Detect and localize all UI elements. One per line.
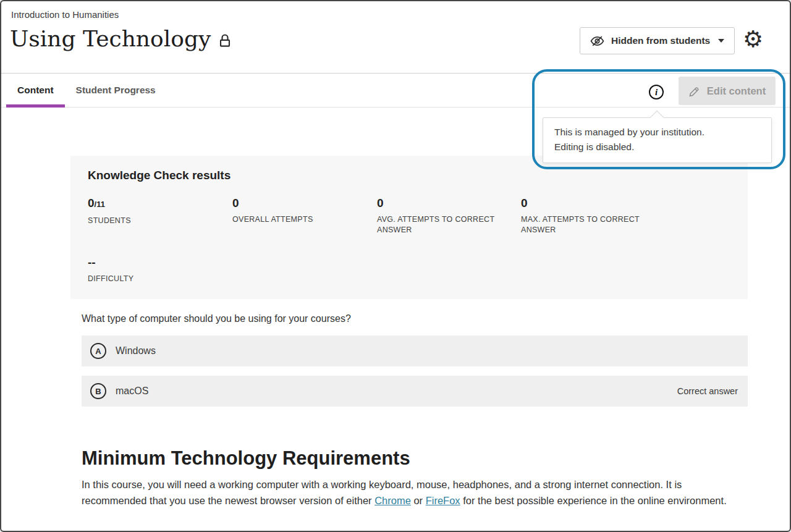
stat-students-value: 0 [88, 196, 95, 209]
gear-icon[interactable]: ⚙ [743, 27, 763, 52]
correct-answer-badge: Correct answer [677, 386, 738, 396]
edit-content-button[interactable]: Edit content [679, 77, 776, 105]
stat-max-attempts-label: MAX. ATTEMPTS TO CORRECT ANSWER [521, 214, 648, 235]
results-card-title: Knowledge Check results [88, 169, 730, 182]
answer-letter-b: B [90, 383, 106, 399]
edit-content-label: Edit content [707, 85, 766, 97]
breadcrumb[interactable]: Introduction to Humanities [11, 9, 119, 20]
stat-difficulty: -- DIFFICULTY [88, 256, 232, 284]
visibility-dropdown-button[interactable]: Hidden from students [580, 27, 735, 54]
stat-students-label: STUDENTS [88, 216, 214, 226]
caret-down-icon [718, 39, 724, 43]
stat-overall-attempts: 0 OVERALL ATTEMPTS [232, 196, 377, 235]
stat-avg-attempts-label: AVG. ATTEMPTS TO CORRECT ANSWER [377, 214, 504, 235]
answer-label-b: macOS [116, 386, 148, 397]
stat-students: 0/11 STUDENTS [88, 196, 232, 235]
stat-avg-attempts: 0 AVG. ATTEMPTS TO CORRECT ANSWER [377, 196, 521, 235]
question-text: What type of computer should you be usin… [82, 313, 351, 324]
section-heading: Minimum Technology Requirements [82, 447, 410, 470]
answer-letter-a: A [90, 343, 106, 359]
eye-slash-icon [590, 36, 604, 46]
tab-content[interactable]: Content [6, 74, 65, 107]
paragraph-text-3: for the best possible experience in the … [460, 495, 727, 506]
lock-icon [219, 33, 231, 48]
stat-max-attempts-value: 0 [521, 196, 528, 209]
stat-overall-attempts-label: OVERALL ATTEMPTS [232, 214, 359, 225]
knowledge-check-results-card: Knowledge Check results 0/11 STUDENTS 0 … [70, 156, 748, 299]
stat-students-suffix: /11 [95, 200, 105, 209]
app-window: Introduction to Humanities Using Technol… [0, 0, 791, 532]
chrome-link[interactable]: Chrome [374, 495, 411, 506]
tooltip-line-1: This is managed by your institution. [554, 125, 760, 140]
title-row: Using Technology [10, 25, 231, 53]
page-title: Using Technology [10, 25, 211, 53]
stat-difficulty-label: DIFFICULTY [88, 274, 214, 284]
section-paragraph: In this course, you will need a working … [82, 477, 744, 509]
pencil-icon [688, 85, 700, 97]
firefox-link[interactable]: FireFox [426, 495, 460, 506]
answer-row-a: A Windows [82, 336, 748, 366]
answer-row-b: B macOS Correct answer [82, 376, 748, 407]
paragraph-text-2: or [411, 495, 426, 506]
visibility-label: Hidden from students [611, 35, 710, 46]
stat-difficulty-value: -- [88, 256, 96, 269]
info-circle-icon[interactable]: i [649, 85, 664, 99]
stat-max-attempts: 0 MAX. ATTEMPTS TO CORRECT ANSWER [521, 196, 730, 235]
tooltip-line-2: Editing is disabled. [554, 140, 760, 154]
tab-student-progress[interactable]: Student Progress [65, 74, 167, 107]
tab-bar: Content Student Progress [1, 74, 790, 108]
stat-overall-attempts-value: 0 [232, 196, 239, 209]
stat-avg-attempts-value: 0 [377, 196, 384, 209]
results-stats-grid: 0/11 STUDENTS 0 OVERALL ATTEMPTS 0 AVG. … [88, 196, 730, 284]
tooltip: This is managed by your institution. Edi… [543, 117, 772, 163]
answer-label-a: Windows [116, 345, 156, 357]
tooltip-caret [650, 111, 664, 125]
